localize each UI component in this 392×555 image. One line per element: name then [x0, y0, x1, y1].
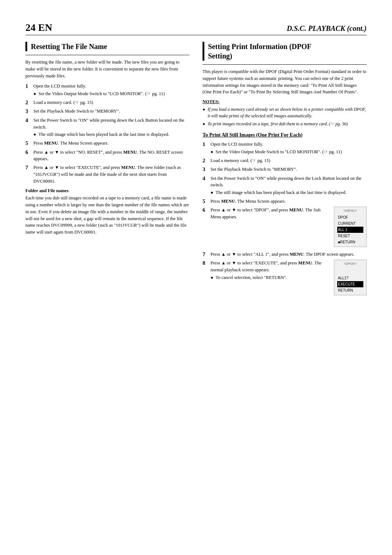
- note-item-2: ● To print images recorded on a tape, fi…: [203, 121, 367, 127]
- screen-item-reset: RESET: [337, 233, 363, 239]
- step-1: 1 Open the LCD monitor fully. ● Set the …: [25, 83, 189, 97]
- sub-bullet-1: ● Set the Video Output Mode Switch to "L…: [33, 90, 189, 97]
- right-column: Setting Print Information (DPOF Setting)…: [203, 42, 367, 299]
- step-4: 4 Set the Power Switch to "ON" while pre…: [25, 117, 189, 138]
- r-step-7: 7 Press ▲ or ▼ to select "ALL 1", and pr…: [203, 251, 367, 258]
- step-2: 2 Load a memory card. (☞ pg. 15): [25, 99, 189, 106]
- r-step-content-7: Press ▲ or ▼ to select "ALL 1", and pres…: [211, 251, 367, 258]
- r-step-5: 5 Press MENU. The Menu Screen appears.: [203, 198, 367, 205]
- screen-box-dpof: <DPOF> ALL1? EXECUTE RETURN: [334, 260, 367, 295]
- step-text-1: Open the LCD monitor fully.: [33, 84, 86, 89]
- sub-text-1: Set the Video Output Mode Switch to "LCD…: [38, 90, 165, 97]
- r-step-num-1: 1: [203, 141, 208, 148]
- r-step-num-7: 7: [203, 251, 208, 258]
- notes-title: NOTES:: [203, 99, 367, 105]
- screen-item-all1: ALL 1: [337, 227, 363, 233]
- step-num-6: 6: [25, 149, 31, 156]
- right-section-title: Setting Print Information (DPOF Setting): [203, 42, 367, 61]
- r-sub-text-4: The still image which has been played ba…: [216, 189, 346, 196]
- note-bullet-1: ●: [203, 106, 206, 119]
- left-steps-list: 1 Open the LCD monitor fully. ● Set the …: [25, 83, 189, 185]
- note-bullet-2: ●: [203, 121, 206, 127]
- r-sub-bullet-1: ● Set the Video Output Mode Switch to "L…: [211, 149, 367, 155]
- left-section-title: Resetting The File Name: [25, 42, 189, 51]
- page-header: 24 EN D.S.C. PLAYBACK (cont.): [25, 22, 367, 35]
- step-7: 7 Press ▲ or ▼ to select "EXECUTE", and …: [25, 164, 189, 185]
- r-step-num-4: 4: [203, 175, 208, 182]
- r-step-2: 2 Load a memory card. (☞ pg. 15): [203, 157, 367, 165]
- step-3: 3 Set the Playback Mode Switch to "MEMOR…: [25, 108, 189, 115]
- step-content-4: Set the Power Switch to "ON" while press…: [33, 117, 189, 138]
- note-item-1: ● If you load a memory card already set …: [203, 106, 367, 119]
- r-step-text-8: Press ▲ or ▼ to select "EXECUTE", and pr…: [211, 260, 327, 281]
- right-steps-list: 1 Open the LCD monitor fully. ● Set the …: [203, 141, 367, 297]
- r-step-text-6: Press ▲ or ▼ to select "DPOF", and press…: [211, 207, 327, 220]
- step-content-3: Set the Playback Mode Switch to "MEMORY"…: [33, 108, 189, 115]
- screen-item-dpof: DPOF: [337, 214, 363, 220]
- r-step-num-3: 3: [203, 166, 208, 173]
- r-step-6: 6 Press ▲ or ▼ to select "DPOF", and pre…: [203, 207, 367, 249]
- screen-item-return: ■RETURN: [337, 239, 363, 245]
- step-content-2: Load a memory card. (☞ pg. 15): [33, 99, 189, 106]
- step-content-1: Open the LCD monitor fully. ● Set the Vi…: [33, 83, 189, 97]
- r-step-3: 3 Set the Playback Mode Switch to "MEMOR…: [203, 166, 367, 173]
- screen-item-execute: EXECUTE: [337, 281, 363, 287]
- notes-section: NOTES: ● If you load a memory card alrea…: [203, 99, 367, 127]
- screen-header-dpof: <DPOF>: [337, 262, 363, 267]
- step-num-2: 2: [25, 99, 31, 106]
- right-intro: This player is compatible with the DPOF …: [203, 68, 367, 96]
- page-number: 24 EN: [25, 22, 52, 33]
- screen-spacer-dpof: [337, 268, 363, 274]
- screen-item-all1q: ALL1?: [337, 275, 363, 281]
- r-step-content-5: Press MENU. The Menu Screen appears.: [211, 198, 367, 205]
- step-num-1: 1: [25, 83, 31, 90]
- r-step-4: 4 Set the Power Switch to "ON" while pre…: [203, 175, 367, 196]
- r-sub-bullet-8: ● To cancel selection, select "RETURN".: [211, 274, 327, 281]
- r-bullet-dot-4: ●: [211, 189, 214, 196]
- folder-section: Folder and File names Each time you dub …: [25, 188, 189, 236]
- r-bullet-dot-1: ●: [211, 149, 214, 155]
- step-5: 5 Press MENU. The Menu Screen appears.: [25, 140, 189, 147]
- bullet-dot-1: ●: [33, 90, 37, 97]
- r-step-num-2: 2: [203, 157, 208, 165]
- step-content-5: Press MENU. The Menu Screen appears.: [33, 140, 189, 147]
- step-content-7: Press ▲ or ▼ to select "EXECUTE", and pr…: [33, 164, 189, 185]
- r-step-num-8: 8: [203, 260, 208, 267]
- r-bullet-dot-8: ●: [211, 274, 214, 281]
- r-step-content-3: Set the Playback Mode Switch to "MEMORY"…: [211, 166, 367, 173]
- note-text-2: To print images recorded on a tape, firs…: [208, 121, 348, 127]
- r-sub-bullet-4: ● The still image which has been played …: [211, 189, 367, 196]
- step-num-3: 3: [25, 108, 31, 115]
- screen-box-menu: <MENU> DPOF CURRENT ALL 1 RESET ■RETURN: [334, 207, 367, 247]
- sub-bullet-4: ● The still image which has been played …: [33, 131, 189, 138]
- screen-header-menu: <MENU>: [337, 208, 363, 214]
- r-step-content-8: Press ▲ or ▼ to select "EXECUTE", and pr…: [211, 260, 367, 297]
- page-title: D.S.C. PLAYBACK (cont.): [287, 24, 367, 33]
- two-column-layout: Resetting The File Name By resetting the…: [25, 42, 367, 299]
- folder-title: Folder and File names: [25, 188, 189, 194]
- step-num-7: 7: [25, 164, 31, 171]
- note-text-1: If you load a memory card already set as…: [208, 106, 367, 119]
- screen-item-return2: RETURN: [337, 287, 363, 293]
- r-step-content-1: Open the LCD monitor fully. ● Set the Vi…: [211, 141, 367, 155]
- r-step-content-4: Set the Power Switch to "ON" while press…: [211, 175, 367, 196]
- folder-text: Each time you dub still images recorded …: [25, 195, 189, 236]
- r-sub-text-1: Set the Video Output Mode Switch to "LCD…: [216, 149, 342, 155]
- screen-item-current: CURRENT: [337, 220, 363, 227]
- step-6: 6 Press ▲ or ▼ to select "NO. RESET", an…: [25, 149, 189, 163]
- left-intro: By resetting the file name, a new folder…: [25, 59, 189, 79]
- step-content-6: Press ▲ or ▼ to select "NO. RESET", and …: [33, 149, 189, 163]
- r-step-content-2: Load a memory card. (☞ pg. 15): [211, 157, 367, 164]
- sub-text-4: The still image which has been played ba…: [38, 131, 169, 138]
- r-step-content-6: Press ▲ or ▼ to select "DPOF", and press…: [211, 207, 367, 249]
- r-sub-text-8: To cancel selection, select "RETURN".: [216, 274, 287, 281]
- r-step-num-5: 5: [203, 198, 208, 205]
- step-num-4: 4: [25, 117, 31, 124]
- r-step-1: 1 Open the LCD monitor fully. ● Set the …: [203, 141, 367, 155]
- notes-list: ● If you load a memory card already set …: [203, 106, 367, 127]
- r-step-num-6: 6: [203, 207, 208, 214]
- left-column: Resetting The File Name By resetting the…: [25, 42, 189, 299]
- step-num-5: 5: [25, 140, 31, 147]
- bullet-dot-4: ●: [33, 131, 37, 138]
- r-step-8: 8 Press ▲ or ▼ to select "EXECUTE", and …: [203, 260, 367, 297]
